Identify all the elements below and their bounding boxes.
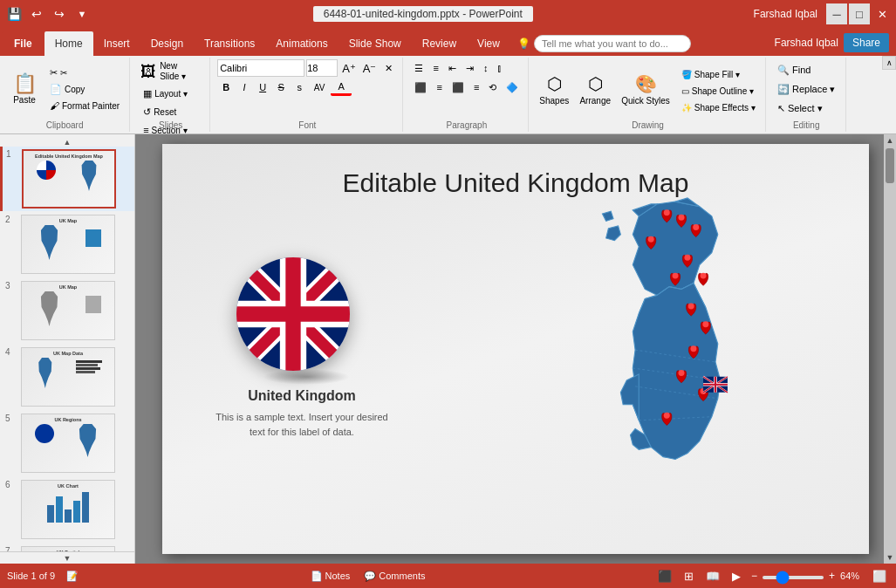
increase-indent-button[interactable]: ⇥: [462, 59, 478, 77]
svg-point-3: [693, 224, 699, 230]
font-size-down-button[interactable]: A⁻: [360, 59, 380, 77]
underline-button[interactable]: U: [254, 79, 271, 96]
strikethrough-button[interactable]: S: [272, 79, 290, 96]
zoom-in-button[interactable]: +: [827, 570, 837, 582]
slideshow-button[interactable]: ▶: [728, 568, 744, 585]
tab-home[interactable]: Home: [44, 31, 93, 56]
smart-art-button[interactable]: 🔷: [502, 79, 523, 96]
shape-outline-button[interactable]: ▭ Shape Outline ▾: [677, 83, 760, 99]
shapes-button[interactable]: ⬡ Shapes: [536, 67, 572, 111]
font-size-up-button[interactable]: A⁺: [339, 59, 359, 77]
quick-styles-button[interactable]: 🎨 Quick Styles: [618, 67, 674, 111]
editing-label: Editing: [793, 119, 820, 130]
char-spacing-button[interactable]: AV: [309, 79, 330, 96]
replace-button[interactable]: 🔄 Replace ▾: [773, 80, 839, 98]
redo-button[interactable]: ↪: [49, 3, 70, 24]
numbered-list-button[interactable]: ≡: [428, 59, 442, 77]
zoom-slider[interactable]: [763, 576, 824, 579]
normal-view-button[interactable]: ⬛: [654, 568, 675, 585]
tab-transitions[interactable]: Transitions: [194, 31, 265, 56]
slide-counter: Slide 1 of 9: [7, 571, 55, 581]
undo-button[interactable]: ↩: [26, 3, 47, 24]
font-name-input[interactable]: [217, 59, 304, 77]
select-button[interactable]: ↖ Select ▾: [773, 99, 827, 117]
save-button[interactable]: 💾: [3, 3, 24, 24]
scroll-down-arrow[interactable]: ▼: [885, 551, 896, 564]
close-button[interactable]: ✕: [872, 3, 893, 24]
font-size-input[interactable]: [306, 59, 338, 77]
reading-view-button[interactable]: 📖: [702, 568, 723, 585]
cut-button[interactable]: ✂ ✂: [45, 65, 124, 80]
italic-button[interactable]: I: [236, 79, 253, 96]
clear-format-button[interactable]: ✕: [380, 59, 397, 77]
svg-point-6: [673, 273, 679, 279]
bold-button[interactable]: B: [217, 79, 235, 96]
align-center-button[interactable]: ≡: [432, 79, 446, 96]
slide-thumb-5[interactable]: 5 UK Regions: [0, 410, 134, 476]
justify-button[interactable]: ≡: [469, 79, 483, 96]
copy-button[interactable]: 📄 Copy: [45, 81, 124, 97]
find-button[interactable]: 🔍 Find: [773, 61, 815, 79]
bullet-list-button[interactable]: ☰: [410, 59, 427, 77]
svg-point-7: [701, 273, 707, 279]
maximize-button[interactable]: □: [849, 3, 870, 24]
minimize-button[interactable]: ─: [826, 3, 847, 24]
comments-button[interactable]: 💬 Comments: [359, 569, 429, 584]
canvas-scrollbar[interactable]: ▲ ▼: [884, 134, 896, 564]
ribbon-collapse-button[interactable]: ∧: [882, 56, 896, 70]
text-direction-button[interactable]: ⟲: [484, 79, 501, 96]
cut-icon: ✂: [50, 67, 58, 79]
share-button[interactable]: Share: [844, 33, 889, 52]
slide-panel-scroll-down[interactable]: ▼: [0, 551, 134, 564]
svg-point-13: [664, 413, 670, 419]
new-slide-button[interactable]: 🖼 NewSlide ▾: [137, 59, 189, 84]
decrease-indent-button[interactable]: ⇤: [444, 59, 461, 77]
tab-insert[interactable]: Insert: [93, 31, 140, 56]
slide-thumb-2[interactable]: 2 UK Map: [0, 211, 134, 277]
new-slide-icon: 🖼: [140, 63, 156, 81]
slide-thumb-6[interactable]: 6 UK Chart: [0, 476, 134, 543]
fit-window-button[interactable]: ⬜: [870, 570, 889, 583]
zoom-out-button[interactable]: −: [749, 570, 759, 582]
slide-thumb-4[interactable]: 4 UK Map Data: [0, 344, 134, 410]
customize-qa-button[interactable]: ▼: [72, 3, 92, 24]
tab-design[interactable]: Design: [140, 31, 194, 56]
shape-fill-button[interactable]: 🪣 Shape Fill ▾: [677, 66, 760, 82]
align-right-button[interactable]: ⬛: [448, 79, 469, 96]
slide-canvas[interactable]: Editable United Kingdom Map: [162, 144, 869, 554]
notes-button[interactable]: 📄 Notes: [306, 569, 355, 584]
line-spacing-button[interactable]: ↕: [479, 59, 493, 77]
arrange-button[interactable]: ⬡ Arrange: [576, 67, 614, 111]
zoom-slider-container[interactable]: [763, 571, 824, 581]
add-note-button[interactable]: 📝: [64, 569, 81, 584]
slide-thumb-3[interactable]: 3 UK Map: [0, 277, 134, 344]
scroll-up-arrow[interactable]: ▲: [885, 134, 896, 147]
slide-thumb-1[interactable]: 1 Editable United Kingdom Map: [0, 147, 134, 211]
tab-review[interactable]: Review: [412, 31, 467, 56]
layout-button[interactable]: ▦ Layout ▾: [139, 85, 192, 102]
shape-effects-button[interactable]: ✨ Shape Effects ▾: [677, 99, 760, 115]
status-bar: Slide 1 of 9 📝 📄 Notes 💬 Comments ⬛ ⊞ 📖 …: [0, 564, 896, 588]
slide-panel-scroll-up[interactable]: ▲: [0, 138, 134, 147]
ribbon-search-input[interactable]: [534, 35, 691, 52]
zoom-level: 64%: [840, 571, 865, 581]
tab-slideshow[interactable]: Slide Show: [339, 31, 412, 56]
shadow-button[interactable]: s: [291, 79, 308, 96]
align-left-button[interactable]: ⬛: [410, 79, 431, 96]
arrange-icon: ⬡: [588, 73, 603, 94]
paragraph-label: Paragraph: [447, 119, 488, 130]
columns-button[interactable]: ⫿: [493, 59, 507, 77]
slide-sorter-button[interactable]: ⊞: [681, 568, 697, 585]
shapes-icon: ⬡: [547, 73, 562, 94]
scroll-thumb[interactable]: [886, 148, 894, 183]
paste-button[interactable]: 📋 Paste: [5, 65, 44, 113]
tab-file[interactable]: File: [2, 31, 44, 56]
tab-animations[interactable]: Animations: [265, 31, 338, 56]
svg-point-8: [688, 303, 694, 309]
font-color-button[interactable]: A: [331, 79, 352, 96]
svg-point-2: [679, 215, 685, 221]
format-painter-button[interactable]: 🖌 Format Painter: [45, 98, 124, 113]
drawing-label: Drawing: [632, 119, 664, 130]
tab-view[interactable]: View: [467, 31, 510, 56]
reset-button[interactable]: ↺ Reset: [139, 103, 192, 120]
